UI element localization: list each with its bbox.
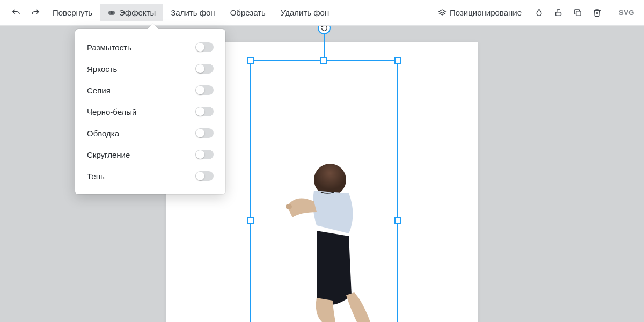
remove-bg-button[interactable]: Удалить фон [273, 4, 336, 21]
effects-dropdown: Размытость Яркость Сепия Черно-белый Обв… [75, 29, 225, 194]
rotate-label: Повернуть [53, 8, 92, 17]
effect-label: Яркость [87, 64, 117, 74]
effects-button[interactable]: Эффекты [100, 4, 163, 21]
effect-toggle-shadow[interactable] [195, 171, 214, 181]
effect-toggle-sepia[interactable] [195, 85, 214, 95]
layers-icon [438, 9, 447, 17]
crop-button[interactable]: Обрезать [223, 4, 273, 21]
toolbar-divider [611, 5, 611, 20]
effect-label: Черно-белый [87, 107, 136, 116]
fill-bg-button[interactable]: Залить фон [163, 4, 222, 21]
effect-toggle-radius[interactable] [195, 150, 214, 159]
redo-button[interactable] [26, 3, 45, 23]
toolbar: Повернуть Эффекты Залить фон Обрезать Уд… [0, 0, 644, 26]
transparency-button[interactable] [529, 3, 548, 23]
effect-toggle-blur[interactable] [195, 42, 214, 52]
effect-row: Скругление [75, 144, 225, 165]
effect-label: Скругление [87, 150, 130, 159]
rotate-button[interactable]: Повернуть [45, 4, 100, 21]
effect-row: Яркость [75, 58, 225, 79]
copy-icon [573, 8, 582, 17]
droplet-icon [535, 8, 544, 17]
undo-icon [11, 8, 21, 18]
effects-label: Эффекты [119, 8, 156, 17]
effect-row: Черно-белый [75, 101, 225, 122]
lock-button[interactable] [548, 3, 568, 23]
effects-icon [107, 9, 116, 17]
effect-label: Обводка [87, 129, 119, 138]
svg-point-1 [111, 11, 115, 15]
delete-button[interactable] [587, 3, 606, 23]
effect-label: Сепия [87, 86, 111, 95]
effect-row: Размытость [75, 36, 225, 58]
crop-label: Обрезать [230, 8, 266, 17]
effect-toggle-brightness[interactable] [195, 64, 214, 74]
unlock-icon [554, 8, 563, 17]
duplicate-button[interactable] [568, 3, 587, 23]
selected-image[interactable] [263, 161, 392, 322]
format-badge: SVG [616, 9, 638, 17]
positioning-button[interactable]: Позиционирование [430, 4, 529, 21]
effect-label: Размытость [87, 43, 131, 52]
svg-rect-4 [576, 11, 581, 16]
undo-button[interactable] [6, 3, 26, 23]
effect-toggle-bw[interactable] [195, 107, 214, 116]
positioning-label: Позиционирование [450, 8, 522, 17]
remove-bg-label: Удалить фон [281, 8, 329, 17]
effect-row: Обводка [75, 122, 225, 144]
svg-rect-3 [555, 12, 561, 16]
fill-bg-label: Залить фон [171, 8, 215, 17]
svg-marker-2 [439, 10, 445, 13]
effect-row: Тень [75, 165, 225, 187]
effect-row: Сепия [75, 79, 225, 101]
svg-point-6 [286, 204, 292, 209]
effect-label: Тень [87, 172, 105, 181]
redo-icon [31, 8, 40, 18]
trash-icon [592, 8, 602, 17]
effect-toggle-stroke[interactable] [195, 128, 214, 138]
